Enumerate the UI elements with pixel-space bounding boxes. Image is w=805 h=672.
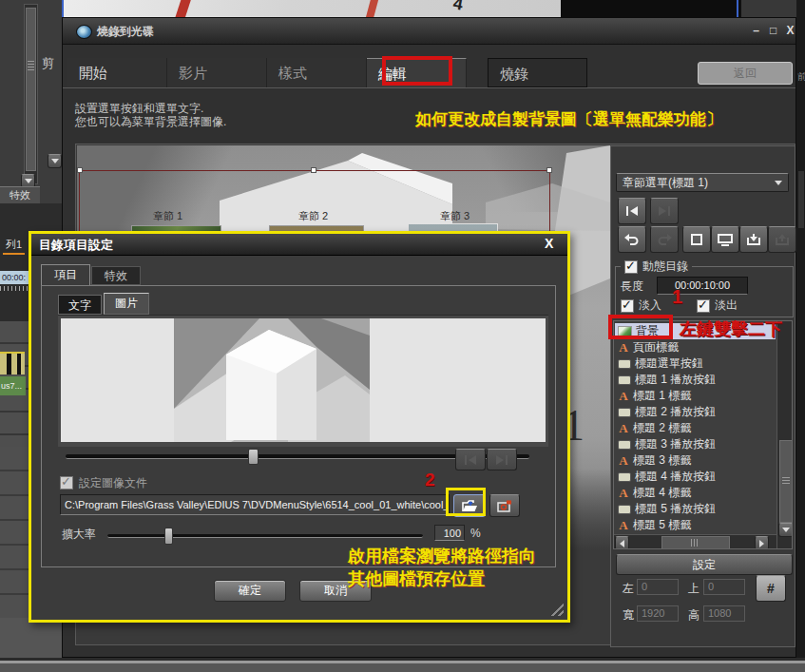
prev-icon: [463, 454, 478, 466]
list-item[interactable]: 標題 2 播放按鈕: [615, 404, 776, 420]
bg-clip-b[interactable]: us7...: [0, 376, 26, 395]
tab-movie[interactable]: 影片: [167, 58, 267, 87]
undo-icon: [624, 234, 640, 246]
fade-in-group: 淡入: [621, 298, 661, 314]
maximize-button[interactable]: □: [766, 24, 780, 38]
menu-page-selector[interactable]: 章節選單(標題 1): [616, 173, 789, 192]
fade-in-checkbox[interactable]: [621, 299, 634, 313]
list-item[interactable]: A標題 1 標籤: [615, 388, 776, 404]
tab-burn[interactable]: 燒錄: [488, 58, 587, 87]
back-button[interactable]: 返回: [698, 62, 793, 85]
list-item[interactable]: 標題 4 播放按鈕: [615, 469, 776, 485]
preview-position-slider-thumb[interactable]: [248, 449, 259, 465]
list-item[interactable]: A標題 4 標籤: [615, 485, 776, 501]
zoom-rate-field[interactable]: 100: [434, 525, 465, 541]
grid-icon: #: [767, 581, 775, 596]
length-field[interactable]: 00:00:10:00: [657, 277, 748, 295]
pos-width-label: 寬: [623, 607, 634, 624]
dialog-next-button[interactable]: [487, 449, 517, 470]
pos-width-field[interactable]: 1920: [637, 605, 679, 622]
window-title: 燒錄到光碟: [97, 24, 154, 40]
set-image-checkbox[interactable]: [60, 476, 73, 490]
bg-scroll-down-button[interactable]: [48, 154, 62, 168]
fade-out-checkbox[interactable]: [697, 299, 710, 313]
camera-icon: [497, 500, 512, 512]
resize-grip[interactable]: [548, 601, 564, 616]
export-menu-button[interactable]: [739, 226, 768, 253]
pos-top-field[interactable]: 0: [703, 579, 745, 595]
selection-handle[interactable]: [311, 167, 316, 173]
dialog-tab-effect[interactable]: 特效: [91, 266, 141, 285]
list-horizontal-scrollbar[interactable]: [614, 534, 776, 549]
zoom-rate-slider-thumb[interactable]: [164, 528, 173, 545]
grid-snap-button[interactable]: #: [756, 575, 786, 602]
list-item[interactable]: A頁面標籤: [615, 339, 776, 355]
motion-menu-group: 動態目錄: [621, 259, 692, 275]
text-label-icon: A: [618, 489, 629, 498]
background-video-strip: 4: [62, 0, 796, 17]
frame-tool-button[interactable]: [682, 226, 711, 253]
close-button[interactable]: X: [783, 24, 797, 38]
pos-left-label: 左: [623, 581, 634, 597]
tab-start[interactable]: 開始: [67, 58, 167, 87]
ok-button[interactable]: 確定: [214, 580, 286, 602]
background-bottom-strip: [0, 658, 805, 672]
pos-height-label: 高: [688, 607, 700, 624]
list-scroll-down-button[interactable]: [778, 523, 793, 537]
import-menu-button[interactable]: [768, 226, 796, 253]
dialog-tab-item[interactable]: 項目: [41, 264, 90, 285]
bg-clip-a[interactable]: [0, 352, 25, 374]
list-item[interactable]: A標題 2 標籤: [615, 420, 776, 436]
dialog-prev-button[interactable]: [455, 449, 486, 470]
settings-button[interactable]: 設定: [616, 554, 793, 575]
pos-top-label: 上: [688, 581, 700, 597]
bg-sequence-tab[interactable]: 列1: [3, 238, 25, 255]
description-line2: 您也可以為菜單背景選擇圖像.: [75, 114, 226, 130]
list-item[interactable]: 標題 5 播放按鈕: [615, 501, 776, 517]
prev-page-button[interactable]: [618, 198, 646, 224]
zoom-rate-slider[interactable]: [107, 534, 423, 538]
menu-items-list: 背景 A頁面標籤 標題選單按鈕 標題 1 播放按鈕 A標題 1 標籤 標題 2 …: [613, 320, 793, 549]
capture-frame-button[interactable]: [489, 494, 520, 517]
button-icon: [618, 440, 631, 450]
undo-button[interactable]: [618, 226, 646, 253]
selection-handle[interactable]: [546, 167, 552, 173]
window-titlebar[interactable]: 燒錄到光碟 – □ X: [63, 18, 795, 45]
list-item[interactable]: 標題選單按鈕: [615, 355, 776, 372]
next-page-button[interactable]: [650, 198, 679, 224]
list-vertical-scrollbar[interactable]: [776, 321, 793, 548]
next-icon: [657, 205, 672, 217]
dialog-titlebar[interactable]: 目錄項目設定 X: [31, 234, 567, 256]
image-preview: [61, 318, 546, 442]
minimize-button[interactable]: –: [749, 24, 763, 38]
annotation-step-2: 2: [425, 470, 435, 490]
redo-button[interactable]: [650, 226, 679, 253]
next-icon: [494, 454, 509, 466]
fade-out-group: 淡出: [697, 298, 738, 314]
bg-effects-tab[interactable]: 特效: [0, 186, 40, 203]
list-item[interactable]: A標題 3 標籤: [615, 452, 776, 469]
image-path-input[interactable]: C:\Program Files\Grass Valley\EDIUS 7\DV…: [60, 494, 450, 515]
export-down-icon: [746, 234, 761, 246]
list-scroll-right-button[interactable]: [755, 536, 769, 549]
set-image-label: 設定圖像文件: [79, 475, 147, 491]
bg-tool-label: 剪: [42, 55, 54, 72]
button-icon: [618, 472, 631, 482]
list-item[interactable]: A標題 5 標籤: [615, 517, 776, 533]
list-scroll-left-button[interactable]: [615, 536, 629, 549]
text-label-icon: A: [618, 343, 629, 353]
inner-tab-text[interactable]: 文字: [58, 295, 102, 315]
inner-tab-image[interactable]: 圖片: [104, 293, 149, 315]
tab-style[interactable]: 樣式: [267, 58, 367, 87]
chapter-2-label: 章節 2: [298, 209, 328, 223]
monitor-preview-button[interactable]: [711, 226, 739, 253]
pos-height-field[interactable]: 1080: [703, 605, 745, 622]
selection-handle[interactable]: [77, 167, 83, 173]
list-item[interactable]: 標題 3 播放按鈕: [615, 436, 776, 452]
bg-vertical-scrollbar[interactable]: [24, 4, 38, 184]
dialog-close-icon[interactable]: X: [545, 236, 553, 251]
pos-left-field[interactable]: 0: [637, 579, 679, 595]
annotation-box-edit-tab: [382, 56, 452, 86]
motion-menu-checkbox[interactable]: [624, 260, 638, 274]
list-item[interactable]: 標題 1 播放按鈕: [615, 372, 776, 388]
